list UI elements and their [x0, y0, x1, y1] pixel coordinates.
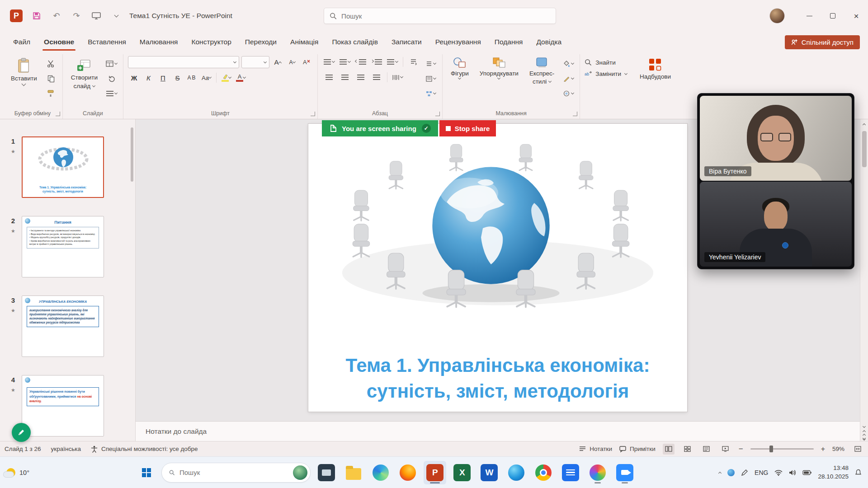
tab-help[interactable]: Довідка: [529, 32, 568, 52]
slide-4-thumbnail[interactable]: Управлінські рішення повинні бути обґрун…: [22, 375, 104, 436]
strikethrough-button[interactable]: S: [171, 72, 184, 84]
share-button[interactable]: Спільний доступ: [785, 35, 860, 49]
increase-indent-button[interactable]: [370, 56, 383, 68]
clipboard-dialog-launcher-icon[interactable]: [56, 112, 60, 116]
keyboard-language[interactable]: ENG: [755, 469, 768, 476]
slide-sorter-view-button[interactable]: [682, 444, 693, 455]
notes-toggle-button[interactable]: Нотатки: [579, 446, 612, 452]
battery-icon[interactable]: [802, 470, 811, 475]
security-shield-icon[interactable]: ✓: [422, 124, 431, 133]
align-right-button[interactable]: [354, 71, 368, 83]
minimize-button[interactable]: [797, 0, 821, 32]
notification-bell-icon[interactable]: [855, 469, 862, 476]
character-spacing-button[interactable]: АВ: [186, 72, 198, 84]
zoom-in-button[interactable]: +: [821, 445, 825, 453]
line-spacing-button[interactable]: [386, 56, 399, 68]
italic-button[interactable]: К: [142, 72, 155, 84]
notes-pane[interactable]: Нотатки до слайда: [136, 421, 860, 441]
previous-slide-button[interactable]: [863, 429, 865, 436]
hidden-icons-chevron[interactable]: [718, 471, 722, 474]
customize-quick-access-button[interactable]: [110, 10, 122, 22]
arrange-button[interactable]: Упорядкувати: [476, 56, 522, 107]
paragraph-dialog-launcher-icon[interactable]: [435, 112, 440, 116]
format-painter-button[interactable]: [44, 88, 58, 99]
taskbar-icon-browser-sphere[interactable]: [505, 461, 528, 484]
columns-button[interactable]: [391, 71, 405, 83]
slide-scrollbar[interactable]: [860, 119, 868, 441]
undo-button[interactable]: ↶: [51, 10, 62, 22]
drawing-dialog-launcher-icon[interactable]: [573, 112, 577, 116]
font-name-combo[interactable]: [128, 56, 239, 68]
pen-tray-icon[interactable]: [741, 469, 748, 476]
align-text-button[interactable]: [424, 73, 438, 84]
align-left-button[interactable]: [322, 71, 336, 83]
change-case-button[interactable]: Аа: [200, 72, 212, 84]
text-direction-button[interactable]: [407, 56, 420, 68]
find-button[interactable]: Знайти: [585, 59, 627, 66]
title-search-box[interactable]: [324, 8, 556, 24]
increase-font-button[interactable]: А: [272, 56, 284, 68]
addins-button[interactable]: Надбудови: [636, 56, 675, 107]
convert-smartart-button[interactable]: [424, 88, 438, 99]
tab-review[interactable]: Рецензування: [429, 32, 488, 52]
fit-to-window-button[interactable]: [852, 444, 863, 455]
section-button[interactable]: [105, 88, 118, 99]
tab-view[interactable]: Подання: [488, 32, 530, 52]
taskbar-icon-chrome[interactable]: [532, 461, 555, 484]
scrollbar-thumb[interactable]: [862, 131, 867, 167]
annotation-pen-button[interactable]: [12, 423, 31, 442]
taskbar-search-input[interactable]: [179, 469, 288, 476]
slide-layout-button[interactable]: [105, 58, 118, 70]
title-search-input[interactable]: [341, 12, 550, 20]
next-slide-button[interactable]: [863, 438, 865, 440]
tab-slideshow[interactable]: Показ слайдів: [325, 32, 385, 52]
zoom-out-button[interactable]: −: [739, 445, 743, 454]
font-color-button[interactable]: А: [235, 72, 247, 84]
slide-1-thumbnail[interactable]: Тема 1. Управлінська економіка: сутність…: [22, 136, 104, 198]
shape-outline-button[interactable]: [561, 73, 575, 84]
vertical-align-button[interactable]: [424, 58, 438, 70]
slide-3-thumbnail[interactable]: УПРАВЛІНСЬКА ЕКОНОМІКА використання екон…: [22, 296, 104, 357]
zoom-slider[interactable]: [750, 448, 814, 450]
volume-icon[interactable]: [789, 469, 796, 476]
save-button[interactable]: [31, 10, 42, 22]
participant-video-1[interactable]: Віра Бутенко: [700, 96, 852, 181]
present-to-display-button[interactable]: [90, 10, 102, 22]
shapes-button[interactable]: Фігури: [447, 56, 472, 107]
user-avatar[interactable]: [769, 8, 785, 23]
bold-button[interactable]: Ж: [128, 72, 140, 84]
accessibility-checker[interactable]: Спеціальні можливості: усе добре: [91, 446, 198, 453]
zoom-slider-knob[interactable]: [769, 446, 773, 452]
slide-title-textbox[interactable]: Тема 1. Управлінська економіка: сутність…: [308, 352, 687, 404]
tab-draw[interactable]: Малювання: [133, 32, 185, 52]
taskbar-icon-photos-app[interactable]: [586, 461, 609, 484]
font-size-input[interactable]: [245, 59, 264, 66]
taskbar-icon-notes-app[interactable]: [559, 461, 582, 484]
zoom-percentage[interactable]: 59%: [832, 446, 844, 452]
tab-design[interactable]: Конструктор: [184, 32, 238, 52]
tab-animations[interactable]: Анімація: [283, 32, 325, 52]
tray-app-icon[interactable]: [727, 469, 735, 476]
taskbar-icon-firefox[interactable]: [396, 461, 419, 484]
start-button[interactable]: [136, 462, 157, 483]
reset-slide-button[interactable]: [105, 73, 118, 84]
taskbar-search-box[interactable]: [161, 463, 311, 483]
tab-file[interactable]: Файл: [6, 32, 37, 52]
tab-insert[interactable]: Вставлення: [81, 32, 133, 52]
search-highlight-image[interactable]: [293, 465, 307, 480]
numbering-button[interactable]: [338, 56, 352, 68]
taskbar-weather-widget[interactable]: 10°: [0, 468, 95, 477]
scroll-up-icon[interactable]: [863, 123, 866, 127]
reading-view-button[interactable]: [701, 444, 712, 455]
taskbar-icon-explorer[interactable]: [342, 461, 365, 484]
shape-effects-button[interactable]: [561, 88, 575, 99]
copy-button[interactable]: [44, 73, 58, 84]
decrease-font-button[interactable]: А: [286, 56, 298, 68]
maximize-button[interactable]: [821, 0, 844, 32]
taskbar-icon-zoom[interactable]: [613, 461, 636, 484]
slide-2-thumbnail[interactable]: Питання Інструменти та методи управлінсь…: [22, 216, 104, 277]
align-center-button[interactable]: [338, 71, 352, 83]
thumbnail-scrollbar[interactable]: [130, 122, 134, 438]
scroll-down-icon[interactable]: [863, 425, 866, 428]
redo-button[interactable]: ↷: [71, 10, 82, 22]
